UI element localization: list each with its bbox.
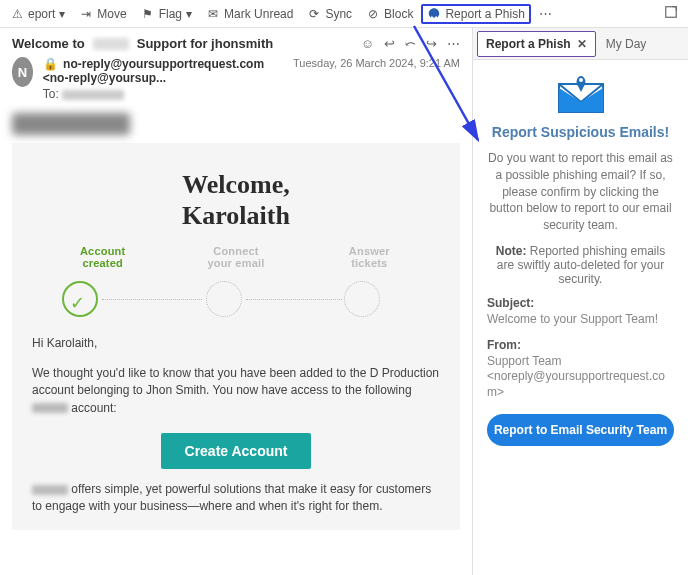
sync-button[interactable]: ⟳ Sync <box>301 5 358 23</box>
mark-unread-button[interactable]: ✉ Mark Unread <box>200 5 299 23</box>
flag-button[interactable]: ⚑ Flag ▾ <box>135 5 198 23</box>
body-paragraph-1: We thought you'd like to know that you h… <box>32 365 440 417</box>
report-label: eport <box>28 7 55 21</box>
step-connect-email: Connectyour email <box>169 245 302 269</box>
report-phish-button[interactable]: Report a Phish <box>421 4 530 24</box>
close-icon[interactable]: ✕ <box>577 37 587 51</box>
folder-move-icon: ⇥ <box>79 7 93 21</box>
report-menu[interactable]: ⚠ eport ▾ <box>4 5 71 23</box>
phish-from-field: From: Support Team <noreply@yoursupportr… <box>487 338 674 401</box>
step-indicator: ✓ <box>32 275 440 323</box>
toolbar: ⚠ eport ▾ ⇥ Move ⚑ Flag ▾ ✉ Mark Unread … <box>0 0 688 28</box>
subject-label: Subject: <box>487 296 674 310</box>
body-paragraph-2: offers simple, yet powerful solutions th… <box>32 481 440 516</box>
report-phish-label: Report a Phish <box>445 7 524 21</box>
subject-prefix: Welcome to <box>12 36 85 51</box>
sync-label: Sync <box>325 7 352 21</box>
phish-title: Report Suspicious Emails! <box>487 124 674 140</box>
side-tabs: Report a Phish ✕ My Day <box>473 28 688 60</box>
warning-icon: ⚠ <box>10 7 24 21</box>
create-account-button[interactable]: Create Account <box>161 433 312 469</box>
tab-report-phish[interactable]: Report a Phish ✕ <box>477 31 596 57</box>
chevron-down-icon: ▾ <box>186 7 192 21</box>
message-date: Tuesday, 26 March 2024, 9:21 AM <box>293 57 460 69</box>
envelope-icon: ✉ <box>206 7 220 21</box>
redacted-recipient <box>62 90 124 100</box>
step-circle <box>344 281 380 317</box>
avatar: N <box>12 57 33 87</box>
message-body: Welcome, Karolaith Accountcreated Connec… <box>0 105 472 530</box>
redacted-text <box>32 403 68 413</box>
phish-icon <box>427 7 441 21</box>
phish-note: Note: Reported phishing emails are swift… <box>487 244 674 286</box>
redacted-logo <box>12 113 130 135</box>
message-pane: Welcome to Support for jhonsmith ☺ ↩ ⤺ ↪… <box>0 28 472 575</box>
forward-icon[interactable]: ↪ <box>426 36 437 51</box>
mark-unread-label: Mark Unread <box>224 7 293 21</box>
side-panel: Report a Phish ✕ My Day Report Suspiciou… <box>472 28 688 575</box>
phish-envelope-icon <box>553 72 609 116</box>
sync-icon: ⟳ <box>307 7 321 21</box>
step-answer-tickets: Answertickets <box>303 245 436 269</box>
subject-value: Welcome to your Support Team! <box>487 312 674 328</box>
message-actions: ☺ ↩ ⤺ ↪ ⋯ <box>361 36 460 51</box>
svg-rect-0 <box>666 7 677 18</box>
lock-icon: 🔒 <box>43 57 58 71</box>
to-label: To: <box>43 87 59 101</box>
tab-label: Report a Phish <box>486 37 571 51</box>
block-label: Block <box>384 7 413 21</box>
chevron-down-icon: ▾ <box>59 7 65 21</box>
subject-row: Welcome to Support for jhonsmith ☺ ↩ ⤺ ↪… <box>12 36 460 51</box>
welcome-heading: Welcome, Karolaith <box>32 169 440 231</box>
sender-address: no-reply@yoursupportrequest.com <no-repl… <box>43 57 264 85</box>
reply-all-icon[interactable]: ⤺ <box>405 36 416 51</box>
flag-label: Flag <box>159 7 182 21</box>
report-to-security-button[interactable]: Report to Email Security Team <box>487 414 674 446</box>
svg-point-3 <box>579 78 583 82</box>
step-circle <box>206 281 242 317</box>
onboarding-steps: Accountcreated Connectyour email Answert… <box>32 245 440 269</box>
step-account-created: Accountcreated <box>36 245 169 269</box>
redacted-text <box>93 38 129 50</box>
more-icon[interactable]: ⋯ <box>447 36 460 51</box>
check-icon: ✓ <box>70 292 85 314</box>
greeting-text: Hi Karolaith, <box>32 335 440 352</box>
move-button[interactable]: ⇥ Move <box>73 5 132 23</box>
phish-description: Do you want to report this email as a po… <box>487 150 674 234</box>
from-label: From: <box>487 338 674 352</box>
move-label: Move <box>97 7 126 21</box>
flag-icon: ⚑ <box>141 7 155 21</box>
block-icon: ⊘ <box>366 7 380 21</box>
subject-suffix: Support for jhonsmith <box>137 36 273 51</box>
reply-icon[interactable]: ↩ <box>384 36 395 51</box>
phish-subject-field: Subject: Welcome to your Support Team! <box>487 296 674 328</box>
more-actions-button[interactable]: ⋯ <box>533 6 558 21</box>
expand-icon[interactable] <box>658 5 684 22</box>
redacted-text <box>32 485 68 495</box>
block-button[interactable]: ⊘ Block <box>360 5 419 23</box>
tab-my-day[interactable]: My Day <box>596 28 657 59</box>
smile-icon[interactable]: ☺ <box>361 36 374 51</box>
from-value: Support Team <noreply@yoursupportrequest… <box>487 354 674 401</box>
